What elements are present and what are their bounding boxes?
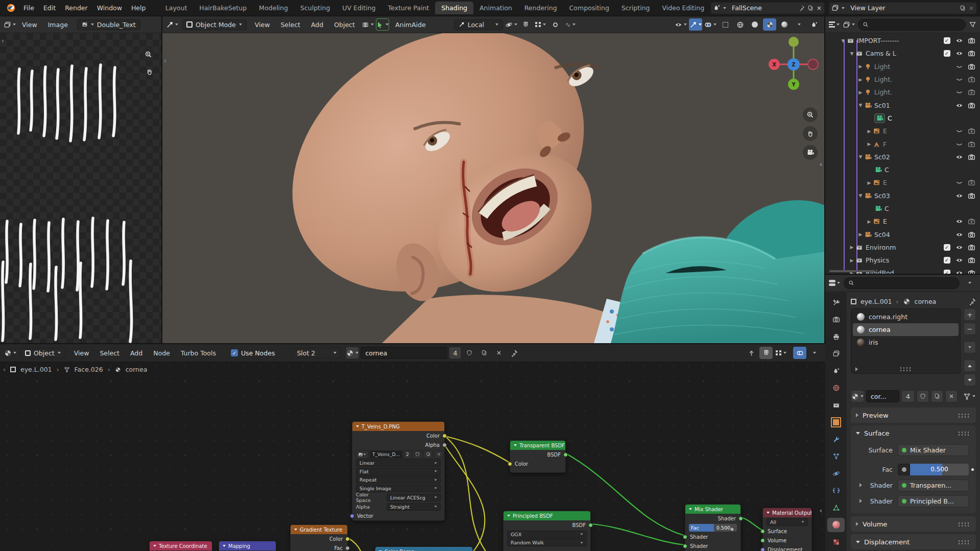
image-pan-button[interactable] [142, 65, 156, 79]
navigation-gizmo[interactable]: X Z Y [763, 34, 824, 95]
render-icon[interactable] [965, 192, 977, 200]
socket[interactable] [683, 544, 687, 548]
socket[interactable] [442, 434, 447, 438]
remove-view-layer-icon[interactable] [968, 5, 974, 11]
render-icon[interactable] [965, 256, 977, 264]
eye-icon[interactable] [953, 192, 965, 200]
select-menu[interactable]: Select [276, 19, 305, 30]
tab-material[interactable] [827, 518, 845, 532]
falloff-button[interactable]: ∿ [564, 18, 577, 31]
outliner-row[interactable]: ▶Physics✓ [825, 254, 980, 267]
outliner-search-input[interactable] [858, 19, 966, 31]
outliner-row[interactable]: ▶Environm✓ [825, 241, 980, 254]
panel-preview[interactable]: Preview [851, 408, 976, 423]
remove-slot-button[interactable]: − [964, 323, 976, 335]
pin-id-icon[interactable] [968, 298, 976, 305]
shader2-button[interactable]: Principled B... [898, 495, 969, 507]
add-menu[interactable]: Add [306, 19, 328, 30]
close-scene-icon[interactable] [816, 5, 822, 11]
mode-dropdown[interactable]: Object Mode [182, 19, 247, 30]
outliner-row[interactable]: ▼IMPORT--------✓ [825, 34, 980, 47]
outliner-row[interactable]: ▼Sc01 [825, 99, 980, 111]
slot-move-down-button[interactable] [964, 374, 976, 386]
eye-icon[interactable] [953, 269, 965, 275]
eye-icon[interactable] [953, 102, 965, 109]
node-color-ramp[interactable]: Color Ramp [375, 546, 473, 551]
image-datablock[interactable]: Double_Text [77, 19, 140, 30]
outliner-row[interactable]: ▶E [825, 176, 980, 189]
eye-closed-icon[interactable] [953, 88, 965, 96]
outliner-row[interactable]: ▶E [825, 125, 980, 137]
node-principled-bsdf[interactable]: Principled BSDF BSDF GGX Random Walk [503, 511, 591, 551]
object-menu[interactable]: Object [329, 19, 360, 30]
menu-render[interactable]: Render [60, 3, 92, 13]
eye-icon[interactable] [953, 231, 965, 238]
tab-tool[interactable] [827, 295, 845, 309]
slot-list-expand-icon[interactable] [855, 367, 858, 371]
outliner-row[interactable]: C [825, 202, 980, 215]
properties-editor-type[interactable] [829, 277, 840, 289]
shading-wireframe-button[interactable] [733, 18, 747, 31]
tab-object-data[interactable] [827, 500, 845, 515]
checkbox[interactable]: ✓ [941, 50, 953, 57]
node-texture-coordinate[interactable]: Texture Coordinate Generated [149, 541, 212, 551]
workspace-tab-compositing[interactable]: Compositing [563, 2, 615, 14]
panel-volume[interactable]: Volume [851, 516, 976, 532]
transform-orientation-dropdown[interactable]: Local [454, 19, 503, 30]
pivot-point-button[interactable] [505, 18, 518, 31]
material-browse-button[interactable] [851, 390, 864, 402]
show-overlays-button[interactable] [704, 18, 717, 31]
checkbox[interactable]: ✓ [941, 270, 953, 275]
visibility-dropdown[interactable] [674, 18, 687, 31]
render-icon[interactable] [965, 37, 977, 44]
properties-search-input[interactable] [844, 277, 960, 289]
outliner-row[interactable]: ▶Sc04 [825, 228, 980, 241]
image-zoom-button[interactable] [141, 47, 155, 61]
panel-displacement[interactable]: Displacement [851, 534, 976, 549]
fac-slider[interactable]: 0.500 [910, 464, 969, 475]
workspace-tab-sculpting[interactable]: Sculpting [294, 2, 336, 14]
render-icon[interactable] [965, 153, 977, 161]
add-slot-button[interactable]: + [964, 308, 976, 321]
subsurface-method-select[interactable]: Random Walk [507, 539, 587, 546]
outliner-row[interactable]: ▼Cams & L✓ [825, 47, 980, 60]
socket[interactable] [760, 529, 765, 534]
scene-name[interactable]: FallScene [729, 4, 796, 12]
fake-user-button[interactable] [917, 390, 929, 402]
tab-modifiers[interactable] [827, 432, 845, 446]
animaide-menu[interactable]: AnimAide [391, 19, 431, 30]
shading-material-button[interactable] [763, 18, 776, 31]
outliner-filter-icon[interactable] [969, 21, 976, 29]
socket[interactable] [738, 516, 743, 521]
node-image-texture[interactable]: T_Veins_D.PNG Color Alpha T_Veins_D... 2… [352, 421, 445, 521]
fac-keyframe-dot[interactable] [969, 468, 976, 471]
breadcrumb-material[interactable]: cornea [915, 298, 937, 305]
toolbar-expand-icon[interactable]: › [164, 57, 166, 64]
proportional-edit-button[interactable] [549, 18, 562, 31]
snap-settings-button[interactable] [534, 18, 547, 31]
workspace-tab-layout[interactable]: Layout [159, 2, 194, 14]
socket[interactable] [683, 535, 687, 539]
eye-icon[interactable] [953, 37, 965, 44]
workspace-tab-modeling[interactable]: Modeling [253, 2, 294, 14]
slot-iris[interactable]: iris [853, 336, 959, 349]
outliner-row[interactable]: ▶E [825, 215, 980, 228]
menu-file[interactable]: File [19, 3, 39, 13]
slot-list-grip[interactable] [899, 367, 913, 371]
editor-type-caret-3d[interactable] [175, 23, 178, 26]
mix-fac-slider[interactable]: Fac 0.500 [689, 524, 737, 532]
shading-settings-caret[interactable] [793, 18, 806, 31]
material-slot-list[interactable]: cornea.right cornea iris [851, 308, 961, 374]
checkbox[interactable]: ✓ [941, 244, 953, 251]
tab-output[interactable] [827, 329, 845, 344]
tab-collection[interactable] [827, 398, 845, 412]
menu-edit[interactable]: Edit [39, 3, 60, 13]
render-preview-icon[interactable] [807, 18, 821, 31]
render-icon[interactable] [965, 63, 977, 70]
colorspace-select[interactable]: Linear ACEScg [387, 494, 441, 501]
distribution-select[interactable]: GGX [507, 531, 587, 538]
eye-closed-icon[interactable] [953, 76, 965, 83]
tab-render[interactable] [827, 313, 845, 327]
interpolation-select[interactable]: Linear [356, 459, 441, 467]
slot-cornea[interactable]: cornea [853, 323, 959, 336]
